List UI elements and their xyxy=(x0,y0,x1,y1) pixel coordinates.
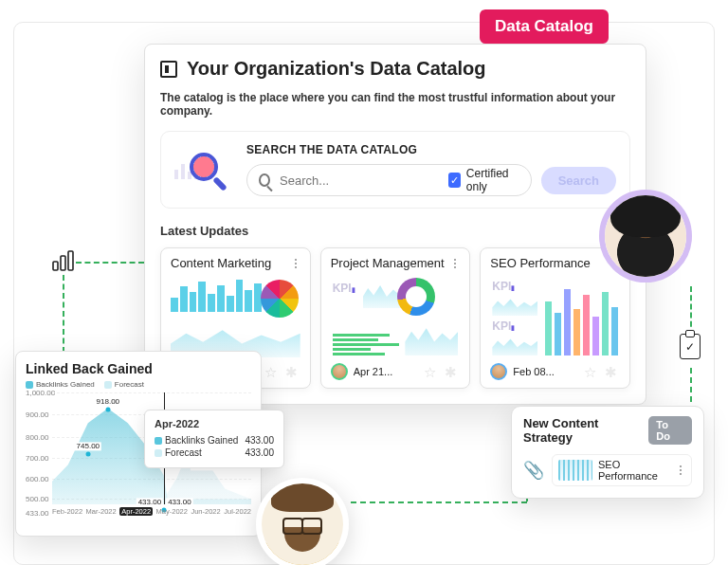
connector-line xyxy=(63,275,64,353)
search-panel: SEARCH THE DATA CATALOG ✓ Certified only… xyxy=(160,131,630,209)
search-field[interactable]: ✓ Certified only xyxy=(246,164,532,196)
catalog-subtitle: The catalog is the place where you can f… xyxy=(160,91,630,118)
svg-rect-2 xyxy=(68,251,73,270)
grouped-bars-icon xyxy=(545,278,618,355)
attachment-chip[interactable]: SEO Performance xyxy=(552,454,692,486)
card-seo-performance[interactable]: SEO Performance KPI▮ KPI▮ Feb 08... xyxy=(480,247,630,389)
chart-title: Linked Back Gained xyxy=(26,361,251,376)
donut-chart-icon xyxy=(397,278,435,316)
catalog-icon xyxy=(160,61,177,78)
avatar xyxy=(331,363,348,380)
card-date: Apr 21... xyxy=(354,366,419,377)
data-catalog-badge: Data Catalog xyxy=(480,9,609,44)
connector-line xyxy=(351,501,527,503)
avatar xyxy=(490,363,507,380)
card-title: Content Marketing xyxy=(171,256,271,270)
search-graphic-icon xyxy=(174,145,233,194)
connector-line xyxy=(76,262,144,264)
search-input[interactable] xyxy=(280,173,439,188)
settings-icon[interactable] xyxy=(445,364,460,379)
chart-legend: Backlinks Gained Forecast xyxy=(26,380,251,389)
clipboard-check-icon xyxy=(680,334,701,359)
chart-thumbnail-icon xyxy=(558,460,592,481)
svg-rect-0 xyxy=(53,262,58,270)
x-axis: Feb-2022 Mar-2022 Apr-2022 May-2022 Jun-… xyxy=(52,507,251,516)
tooltip-month: Apr-2022 xyxy=(155,418,274,429)
status-badge: To Do xyxy=(648,416,692,445)
chart-tooltip: Apr-2022 Backlinks Gained433.00 Forecast… xyxy=(144,410,284,468)
connector-line xyxy=(690,286,692,336)
kpi-label: KPI▮ xyxy=(333,282,355,295)
card-title: Project Management xyxy=(331,256,445,270)
star-icon[interactable] xyxy=(584,364,599,379)
certified-label: Certified only xyxy=(466,167,519,193)
chip-label: SEO Performance xyxy=(598,459,670,482)
avatar xyxy=(599,190,692,282)
avatar xyxy=(256,478,349,565)
hbar-icon xyxy=(333,334,399,355)
paperclip-icon: 📎 xyxy=(523,460,544,481)
checkbox-checked-icon: ✓ xyxy=(448,173,461,188)
search-label: SEARCH THE DATA CATALOG xyxy=(246,143,616,156)
bar-chart-icon xyxy=(51,248,76,277)
settings-icon[interactable] xyxy=(285,364,300,379)
catalog-title: Your Organization's Data Catalog xyxy=(187,58,486,80)
pie-chart-icon xyxy=(261,280,299,318)
svg-rect-1 xyxy=(61,256,65,270)
ncs-title: New Content Strategy xyxy=(523,416,648,445)
star-icon[interactable] xyxy=(424,364,439,379)
more-icon[interactable] xyxy=(450,257,460,270)
card-project-management[interactable]: Project Management KPI▮ Apr 21... xyxy=(320,247,471,389)
latest-updates-heading: Latest Updates xyxy=(160,224,630,238)
card-title: SEO Performance xyxy=(490,256,591,270)
more-icon[interactable] xyxy=(291,257,300,270)
card-date: Feb 08... xyxy=(513,366,578,377)
search-button[interactable]: Search xyxy=(541,167,616,194)
more-icon[interactable] xyxy=(676,464,685,477)
new-content-strategy-card[interactable]: New Content Strategy To Do 📎 SEO Perform… xyxy=(511,406,704,499)
star-icon[interactable] xyxy=(264,364,280,379)
settings-icon[interactable] xyxy=(605,364,620,379)
search-icon xyxy=(259,173,270,187)
certified-only-checkbox[interactable]: ✓ Certified only xyxy=(448,167,519,193)
